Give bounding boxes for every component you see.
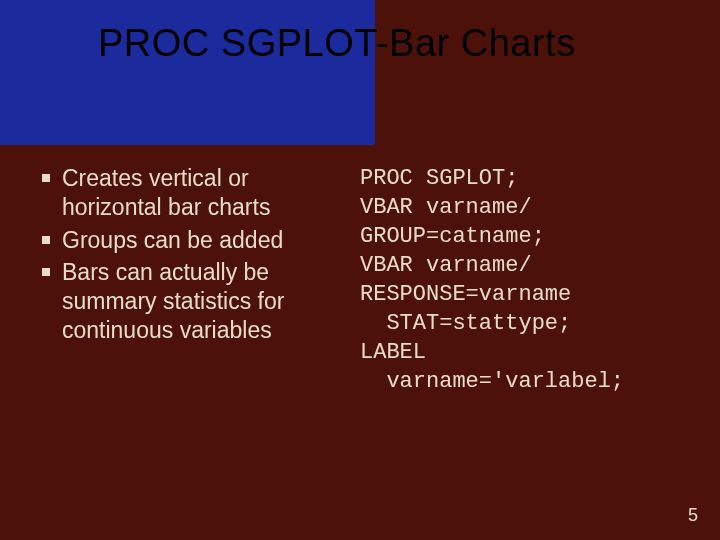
bullet-square-icon — [42, 174, 50, 182]
slide-title: PROC SGPLOT-Bar Charts — [98, 22, 700, 65]
bullet-square-icon — [42, 236, 50, 244]
left-column: Creates vertical or horizontal bar chart… — [0, 160, 360, 540]
list-item: Creates vertical or horizontal bar chart… — [24, 164, 348, 222]
code-line: VBAR varname/ — [360, 195, 532, 220]
code-line: PROC SGPLOT; — [360, 166, 518, 191]
code-line: GROUP=catname; — [360, 224, 545, 249]
right-column: PROC SGPLOT; VBAR varname/ GROUP=catname… — [360, 160, 720, 540]
code-line: VBAR varname/ — [360, 253, 532, 278]
bullet-list: Creates vertical or horizontal bar chart… — [24, 164, 348, 345]
code-line: LABEL — [360, 340, 426, 365]
code-line: varname='varlabel; — [360, 369, 624, 394]
list-item: Bars can actually be summary statistics … — [24, 258, 348, 344]
bullet-text: Creates vertical or horizontal bar chart… — [62, 165, 270, 220]
slide: PROC SGPLOT-Bar Charts Creates vertical … — [0, 0, 720, 540]
bullet-text: Groups can be added — [62, 227, 283, 253]
code-line: RESPONSE=varname — [360, 282, 571, 307]
list-item: Groups can be added — [24, 226, 348, 255]
content-area: Creates vertical or horizontal bar chart… — [0, 160, 720, 540]
page-number: 5 — [688, 505, 698, 526]
code-line: STAT=stattype; — [360, 311, 571, 336]
bullet-text: Bars can actually be summary statistics … — [62, 259, 284, 343]
code-block: PROC SGPLOT; VBAR varname/ GROUP=catname… — [360, 164, 704, 396]
bullet-square-icon — [42, 268, 50, 276]
